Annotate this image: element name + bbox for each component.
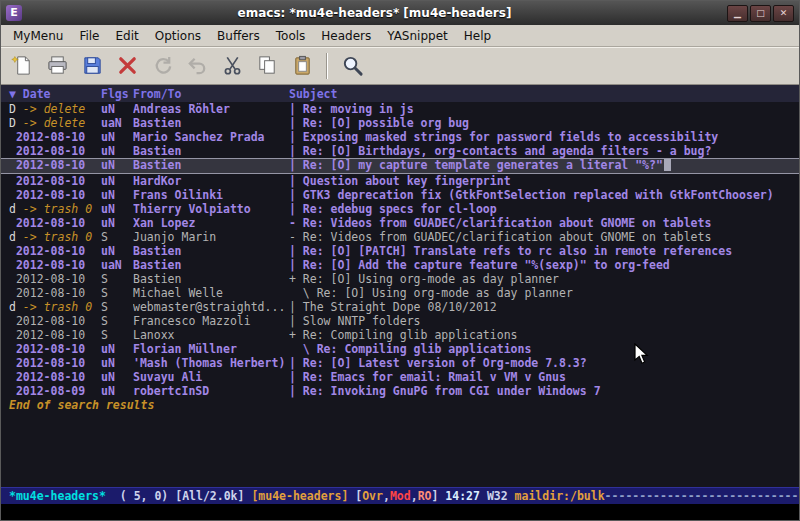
- modeline: *mu4e-headers* ( 5, 0) [All/2.0k] [mu4e-…: [1, 487, 799, 504]
- flags-cell: uN: [101, 174, 133, 188]
- subject-cell: | Re: Invoking GnuPG from CGI under Wind…: [289, 384, 799, 398]
- close-buffer-button[interactable]: [111, 50, 143, 81]
- message-row[interactable]: 2012-08-10uNFrans Oilinki| GTK3 deprecat…: [1, 188, 799, 202]
- search-icon: [341, 54, 364, 77]
- message-row[interactable]: d -> trash 0uNThierry Volpiatto| Re: ede…: [1, 202, 799, 216]
- minimize-button[interactable]: ▁: [727, 5, 748, 22]
- cut-button[interactable]: [216, 50, 248, 81]
- message-row-selected[interactable]: 2012-08-10uNBastien| Re: [O] my capture …: [1, 158, 799, 174]
- column-header-subject[interactable]: Subject: [289, 87, 337, 102]
- message-row[interactable]: 2012-08-10uNFlorian Müllner \ Re: Compil…: [1, 342, 799, 356]
- maximize-button[interactable]: □: [750, 5, 771, 22]
- menu-headers[interactable]: Headers: [313, 26, 379, 46]
- from-cell: Francesco Mazzoli: [133, 314, 289, 328]
- close-button[interactable]: ✕: [773, 5, 794, 22]
- echo-area[interactable]: [1, 504, 799, 520]
- from-cell: Bastien: [133, 159, 289, 173]
- menu-buffers[interactable]: Buffers: [209, 26, 268, 46]
- flags-cell: uN: [101, 244, 133, 258]
- column-header-date[interactable]: ▼ Date: [9, 87, 101, 102]
- toolbar-separator: [326, 53, 328, 79]
- modeline-segment-ovr: Ovr: [362, 489, 383, 503]
- from-cell: Juanjo Marin: [133, 230, 289, 244]
- message-row[interactable]: 2012-08-10uNSuvayu Ali| Re: Emacs for em…: [1, 370, 799, 384]
- date-cell: 2012-08-10: [9, 342, 101, 356]
- flags-cell: uN: [101, 216, 133, 230]
- from-cell: HardKor: [133, 174, 289, 188]
- date-cell: 2012-08-10: [9, 216, 101, 230]
- message-row[interactable]: D -> deleteuNAndreas Röhler| Re: moving …: [1, 102, 799, 116]
- menu-edit[interactable]: Edit: [108, 26, 147, 46]
- message-row[interactable]: 2012-08-09uNrobertcInSD| Re: Invoking Gn…: [1, 384, 799, 398]
- date-cell: 2012-08-10: [9, 174, 101, 188]
- paste-button[interactable]: [286, 50, 318, 81]
- message-row[interactable]: 2012-08-10uaNBastien| Re: [O] Add the ca…: [1, 258, 799, 272]
- menu-mymenu[interactable]: MyMenu: [5, 26, 71, 46]
- from-cell: Michael Welle: [133, 286, 289, 300]
- subject-cell: | Re: [O] Add the capture feature "%(sex…: [289, 258, 799, 272]
- message-row[interactable]: 2012-08-10uNMario Sanchez Prada| Exposin…: [1, 130, 799, 144]
- subject-cell: | Re: Emacs for email: Rmail v VM v Gnus: [289, 370, 799, 384]
- menubar: MyMenuFileEditOptionsBuffersToolsHeaders…: [1, 25, 799, 47]
- refresh-button[interactable]: [146, 50, 178, 81]
- message-row[interactable]: 2012-08-10uNBastien| Re: [O] Birthdays, …: [1, 144, 799, 158]
- print-button[interactable]: [41, 50, 73, 81]
- subject-cell: | The Straight Dope 08/10/2012: [289, 300, 799, 314]
- date-cell: 2012-08-10: [9, 159, 101, 173]
- new-file-icon: [11, 54, 34, 77]
- message-row[interactable]: d -> trash 0Swebmaster@straightd...| The…: [1, 300, 799, 314]
- menu-file[interactable]: File: [71, 26, 107, 46]
- message-row[interactable]: 2012-08-10SMichael Welle \ Re: [O] Using…: [1, 286, 799, 300]
- subject-cell: \ Re: Compiling glib applications: [289, 342, 799, 356]
- emacs-app-icon: E: [6, 5, 22, 21]
- flags-cell: uN: [101, 144, 133, 158]
- message-row[interactable]: 2012-08-10uNHardKor| Question about key …: [1, 174, 799, 188]
- date-cell: 2012-08-10: [9, 286, 101, 300]
- menu-options[interactable]: Options: [147, 26, 209, 46]
- search-button[interactable]: [336, 50, 368, 81]
- new-file-button[interactable]: [6, 50, 38, 81]
- message-row[interactable]: 2012-08-10uNXan Lopez- Re: Videos from G…: [1, 216, 799, 230]
- subject-cell: | GTK3 deprecation fix (GtkFontSelection…: [289, 188, 799, 202]
- menu-tools[interactable]: Tools: [268, 26, 314, 46]
- modeline-segment-ro: RO: [418, 489, 432, 503]
- menu-yasnippet[interactable]: YASnippet: [379, 26, 456, 46]
- from-cell: Bastien: [133, 244, 289, 258]
- paste-icon: [291, 54, 314, 77]
- message-row[interactable]: d -> trash 0SJuanjo Marin- Re: Videos fr…: [1, 230, 799, 244]
- date-cell: 2012-08-10: [9, 130, 101, 144]
- from-cell: Bastien: [133, 272, 289, 286]
- subject-cell: | Re: [O] Latest version of Org-mode 7.8…: [289, 356, 799, 370]
- subject-cell: | Slow NNTP folders: [289, 314, 799, 328]
- menu-help[interactable]: Help: [456, 26, 499, 46]
- column-header-flags[interactable]: Flgs: [101, 87, 133, 102]
- subject-cell: | Question about key fingerprint: [289, 174, 799, 188]
- date-cell: D -> delete: [9, 102, 101, 116]
- refresh-icon: [151, 54, 174, 77]
- flags-cell: S: [101, 230, 133, 244]
- message-row[interactable]: 2012-08-10uN'Mash (Thomas Herbert)| Re: …: [1, 356, 799, 370]
- from-cell: Florian Müllner: [133, 342, 289, 356]
- save-button[interactable]: [76, 50, 108, 81]
- from-cell: Frans Oilinki: [133, 188, 289, 202]
- from-cell: Mario Sanchez Prada: [133, 130, 289, 144]
- copy-button[interactable]: [251, 50, 283, 81]
- date-cell: d -> trash 0: [9, 300, 101, 314]
- subject-cell: | Re: [O] possible org bug: [289, 116, 799, 130]
- message-row[interactable]: 2012-08-10uNBastien| Re: [O] [PATCH] Tra…: [1, 244, 799, 258]
- message-row[interactable]: 2012-08-10SLanoxx+ Re: Compiling glib ap…: [1, 328, 799, 342]
- flags-cell: uN: [101, 202, 133, 216]
- modeline-segment-plain: ( 5, 0): [120, 489, 168, 503]
- subject-cell: | Re: [O] my capture template generates …: [289, 159, 799, 173]
- message-row[interactable]: 2012-08-10SBastien+ Re: [O] Using org-mo…: [1, 272, 799, 286]
- from-cell: Bastien: [133, 116, 289, 130]
- column-header-from[interactable]: From/To: [133, 87, 289, 102]
- flags-cell: S: [101, 300, 133, 314]
- undo-button[interactable]: [181, 50, 213, 81]
- undo-icon: [186, 54, 209, 77]
- subject-cell: | Re: [O] Birthdays, org-contacts and ag…: [289, 144, 799, 158]
- message-row[interactable]: D -> deleteuaNBastien| Re: [O] possible …: [1, 116, 799, 130]
- date-cell: D -> delete: [9, 116, 101, 130]
- message-row[interactable]: 2012-08-10SFrancesco Mazzoli| Slow NNTP …: [1, 314, 799, 328]
- print-icon: [46, 54, 69, 77]
